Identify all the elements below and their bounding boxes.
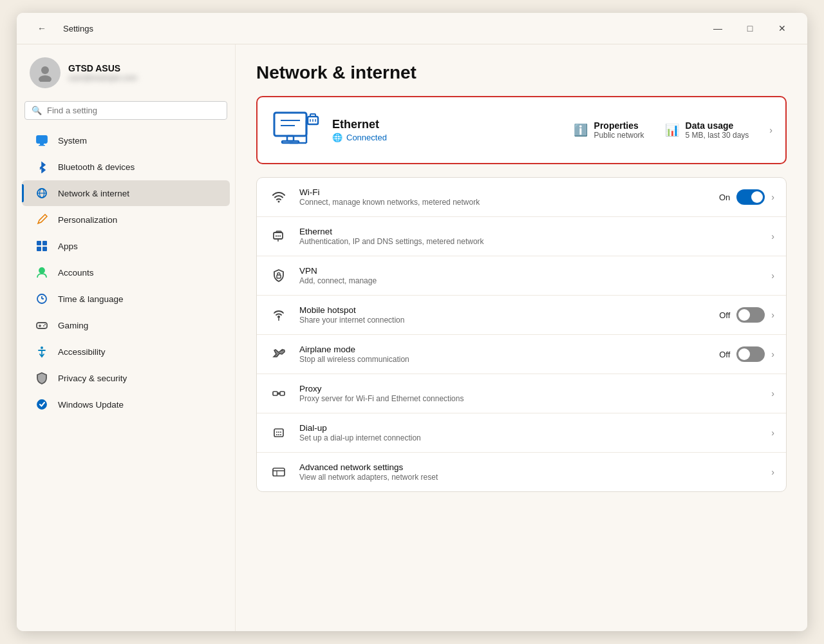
nav-icon-privacy [35, 371, 49, 385]
right-airplane-mode: Off › [719, 346, 774, 362]
svg-rect-46 [280, 392, 285, 395]
icon-proxy [268, 383, 289, 404]
icon-vpn [268, 265, 289, 286]
user-name: GTSD ASUS [68, 63, 137, 73]
ethernet-card[interactable]: Ethernet 🌐 Connected ℹ️ Properties Publi… [256, 96, 787, 164]
nav-label-windows-update: Windows Update [58, 400, 124, 410]
sidebar-item-personalization[interactable]: Personalization [22, 207, 230, 232]
chevron-advanced-network: › [771, 467, 774, 477]
settings-item-dial-up[interactable]: Dial-up Set up a dial-up internet connec… [257, 413, 786, 453]
data-usage-button[interactable]: 📊 Data usage 5 MB, last 30 days [665, 120, 749, 140]
svg-point-35 [278, 201, 280, 203]
toggle-wifi[interactable] [736, 189, 765, 205]
chevron-dial-up: › [771, 428, 774, 438]
toggle-airplane-mode[interactable] [736, 346, 765, 362]
properties-button[interactable]: ℹ️ Properties Public network [574, 120, 644, 140]
sidebar-item-system[interactable]: System [22, 128, 230, 153]
settings-item-proxy[interactable]: Proxy Proxy server for Wi-Fi and Etherne… [257, 374, 786, 413]
nav-icon-accounts [35, 265, 49, 279]
nav-label-accounts: Accounts [58, 268, 94, 278]
sub-vpn: Add, connect, manage [299, 276, 761, 285]
svg-point-55 [280, 434, 281, 435]
svg-rect-37 [276, 231, 281, 232]
text-proxy: Proxy Proxy server for Wi-Fi and Etherne… [299, 384, 761, 403]
minimize-button[interactable]: — [703, 18, 733, 39]
nav-label-personalization: Personalization [58, 215, 117, 225]
text-ethernet: Ethernet Authentication, IP and DNS sett… [299, 227, 761, 246]
sidebar-nav: System Bluetooth & devices Network & int… [17, 128, 235, 417]
content-area: Network & internet [236, 44, 807, 631]
svg-point-50 [276, 431, 277, 433]
sidebar-item-gaming[interactable]: Gaming [22, 312, 230, 338]
svg-point-12 [39, 268, 44, 273]
right-vpn: › [771, 270, 774, 281]
close-button[interactable]: ✕ [767, 18, 797, 39]
nav-label-accessibility: Accessibility [58, 347, 106, 357]
svg-point-20 [44, 324, 46, 325]
nav-icon-apps [35, 239, 49, 253]
settings-item-vpn[interactable]: VPN Add, connect, manage › [257, 256, 786, 296]
sidebar-item-apps[interactable]: Apps [22, 233, 230, 259]
svg-point-1 [39, 75, 52, 82]
data-usage-icon: 📊 [665, 123, 679, 137]
settings-item-airplane-mode[interactable]: Airplane mode Stop all wireless communic… [257, 335, 786, 374]
title-proxy: Proxy [299, 384, 761, 393]
title-wifi: Wi-Fi [299, 187, 709, 197]
sidebar-item-bluetooth[interactable]: Bluetooth & devices [22, 154, 230, 180]
sub-ethernet: Authentication, IP and DNS settings, met… [299, 237, 761, 246]
avatar [30, 57, 61, 88]
icon-dial-up [268, 422, 289, 443]
text-vpn: VPN Add, connect, manage [299, 266, 761, 285]
sidebar-item-windows-update[interactable]: Windows Update [22, 392, 230, 417]
icon-advanced-network [268, 462, 289, 482]
settings-item-ethernet[interactable]: Ethernet Authentication, IP and DNS sett… [257, 217, 786, 256]
back-button[interactable]: ← [27, 18, 57, 39]
search-box[interactable]: 🔍 [24, 101, 227, 120]
svg-point-19 [43, 325, 44, 327]
nav-icon-network [35, 186, 49, 200]
sidebar-item-privacy[interactable]: Privacy & security [22, 365, 230, 391]
svg-point-51 [278, 431, 279, 433]
toggle-mobile-hotspot[interactable] [736, 307, 765, 323]
nav-icon-personalization [35, 213, 49, 227]
properties-text: Properties Public network [594, 120, 644, 140]
nav-label-network: Network & internet [58, 189, 129, 198]
sub-airplane-mode: Stop all wireless communication [299, 355, 709, 364]
text-wifi: Wi-Fi Connect, manage known networks, me… [299, 187, 709, 207]
nav-icon-windows-update [35, 397, 49, 412]
svg-point-54 [278, 434, 279, 435]
title-ethernet: Ethernet [299, 227, 761, 236]
toggle-label-airplane-mode: Off [719, 350, 730, 359]
search-input[interactable] [47, 106, 220, 115]
globe-icon: 🌐 [332, 133, 342, 142]
icon-wifi [268, 187, 289, 207]
sidebar-item-time[interactable]: Time & language [22, 286, 230, 312]
title-dial-up: Dial-up [299, 423, 761, 433]
ethernet-icon-area [270, 108, 322, 153]
sidebar-item-accounts[interactable]: Accounts [22, 260, 230, 285]
nav-label-bluetooth: Bluetooth & devices [58, 162, 135, 172]
maximize-button[interactable]: □ [735, 18, 765, 39]
sidebar-item-network[interactable]: Network & internet [22, 180, 230, 206]
settings-list: Wi-Fi Connect, manage known networks, me… [256, 177, 787, 492]
title-airplane-mode: Airplane mode [299, 345, 709, 354]
sub-proxy: Proxy server for Wi-Fi and Ethernet conn… [299, 394, 761, 403]
info-icon: ℹ️ [574, 123, 588, 137]
svg-rect-4 [39, 145, 45, 146]
svg-rect-23 [274, 113, 306, 136]
text-airplane-mode: Airplane mode Stop all wireless communic… [299, 345, 709, 364]
data-usage-text: Data usage 5 MB, last 30 days [686, 120, 749, 140]
settings-item-wifi[interactable]: Wi-Fi Connect, manage known networks, me… [257, 178, 786, 217]
search-icon: 🔍 [32, 106, 42, 115]
svg-point-22 [37, 400, 46, 409]
ethernet-card-name: Ethernet [332, 118, 548, 131]
svg-point-43 [277, 316, 280, 318]
text-advanced-network: Advanced network settings View all netwo… [299, 462, 761, 482]
main-layout: GTSD ASUS user@example.com 🔍 System Blue… [17, 44, 807, 631]
svg-point-52 [280, 431, 281, 433]
right-wifi: On › [719, 189, 774, 205]
settings-item-mobile-hotspot[interactable]: Mobile hotspot Share your internet conne… [257, 296, 786, 335]
sidebar-item-accessibility[interactable]: Accessibility [22, 339, 230, 365]
svg-point-0 [41, 66, 49, 74]
settings-item-advanced-network[interactable]: Advanced network settings View all netwo… [257, 453, 786, 491]
